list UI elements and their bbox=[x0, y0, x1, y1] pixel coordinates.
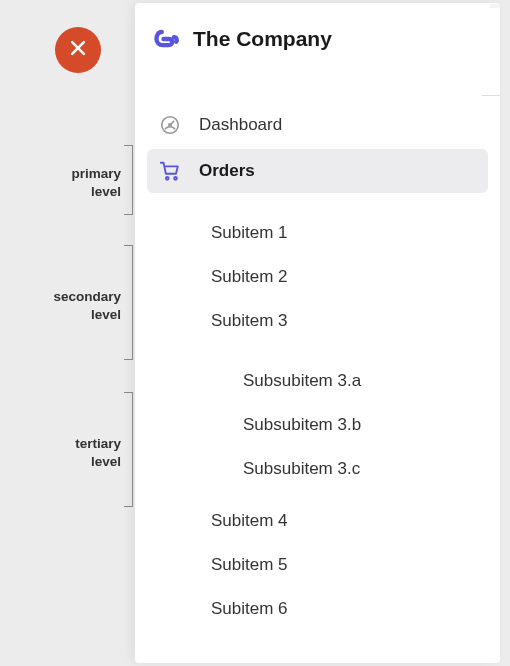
sidebar-menu: Dashboard Orders Subitem 1 Subitem 2 Sub… bbox=[135, 63, 500, 631]
sidebar-subitem[interactable]: Subitem 3 bbox=[211, 299, 488, 343]
header-divider bbox=[482, 95, 500, 96]
svg-point-5 bbox=[174, 177, 177, 180]
svg-point-4 bbox=[166, 177, 169, 180]
annotation-primary-bracket bbox=[124, 145, 133, 215]
sidebar-item-label: Orders bbox=[199, 161, 255, 181]
annotation-panel: primary level secondary level tertiary l… bbox=[0, 0, 135, 666]
sidebar-item-dashboard[interactable]: Dashboard bbox=[147, 103, 488, 147]
sidebar-item-label: Dashboard bbox=[199, 115, 282, 135]
sidebar-subitem[interactable]: Subitem 1 bbox=[211, 211, 488, 255]
gauge-icon bbox=[159, 114, 181, 136]
annotation-tertiary-label: tertiary level bbox=[75, 435, 121, 470]
sidebar-subsubitem[interactable]: Subsubitem 3.b bbox=[243, 403, 488, 447]
sidebar-subitem[interactable]: Subitem 6 bbox=[211, 587, 488, 631]
company-logo-icon bbox=[153, 25, 181, 53]
sidebar-item-orders[interactable]: Orders bbox=[147, 149, 488, 193]
sidebar-subsubitem[interactable]: Subsubitem 3.c bbox=[243, 447, 488, 491]
close-button[interactable] bbox=[55, 27, 101, 73]
annotation-secondary-label: secondary level bbox=[53, 288, 121, 323]
company-title: The Company bbox=[193, 27, 332, 51]
annotation-primary-label: primary level bbox=[71, 165, 121, 200]
top-corner-accent bbox=[490, 4, 500, 8]
annotation-tertiary-bracket bbox=[124, 392, 133, 507]
svg-point-3 bbox=[169, 124, 171, 126]
sidebar: The Company Dashboard bbox=[135, 3, 500, 663]
sidebar-subitems: Subitem 1 Subitem 2 Subitem 3 Subsubitem… bbox=[147, 195, 488, 631]
close-icon bbox=[68, 38, 88, 62]
sidebar-header: The Company bbox=[135, 3, 500, 63]
cart-icon bbox=[159, 160, 181, 182]
sidebar-subitem[interactable]: Subitem 5 bbox=[211, 543, 488, 587]
sidebar-subsubitems: Subsubitem 3.a Subsubitem 3.b Subsubitem… bbox=[211, 343, 488, 499]
sidebar-subitem[interactable]: Subitem 4 bbox=[211, 499, 488, 543]
sidebar-subitem[interactable]: Subitem 2 bbox=[211, 255, 488, 299]
sidebar-subsubitem[interactable]: Subsubitem 3.a bbox=[243, 359, 488, 403]
annotation-secondary-bracket bbox=[124, 245, 133, 360]
